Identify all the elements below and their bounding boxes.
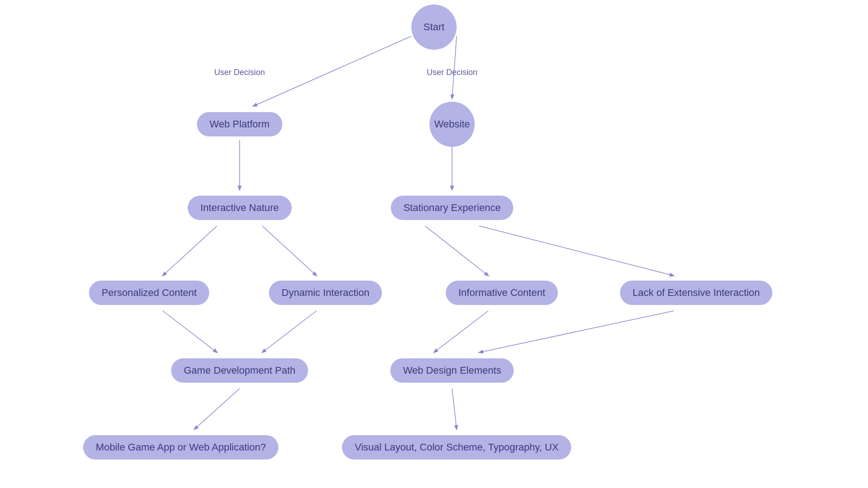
node-personalized-content: Personalized Content [89,281,209,305]
svg-line-5 [262,226,316,276]
edge-label-left: User Decision [214,68,265,77]
node-start: Start [411,5,457,50]
svg-line-9 [262,311,316,352]
svg-line-10 [434,311,488,352]
flowchart-diagram: User Decision User Decision Start Web Pl… [0,0,868,488]
svg-line-7 [479,226,674,276]
node-game-development: Game Development Path [171,358,308,383]
svg-line-13 [452,389,457,429]
svg-line-4 [163,226,217,276]
node-interactive-nature: Interactive Nature [188,196,292,220]
svg-line-0 [253,36,411,106]
svg-line-8 [163,311,217,352]
svg-line-11 [479,311,674,352]
node-visual-layout: Visual Layout, Color Scheme, Typography,… [342,435,571,460]
node-dynamic-interaction: Dynamic Interaction [269,281,382,305]
node-website: Website [429,102,475,147]
node-web-design-elements: Web Design Elements [390,358,514,383]
node-stationary-experience: Stationary Experience [391,196,513,220]
svg-line-6 [425,226,488,276]
node-lack-extensive: Lack of Extensive Interaction [620,281,772,305]
edge-label-right: User Decision [427,68,477,77]
node-web-platform: Web Platform [197,112,283,136]
node-mobile-game: Mobile Game App or Web Application? [83,435,278,460]
node-informative-content: Informative Content [446,281,558,305]
svg-line-12 [194,389,240,429]
